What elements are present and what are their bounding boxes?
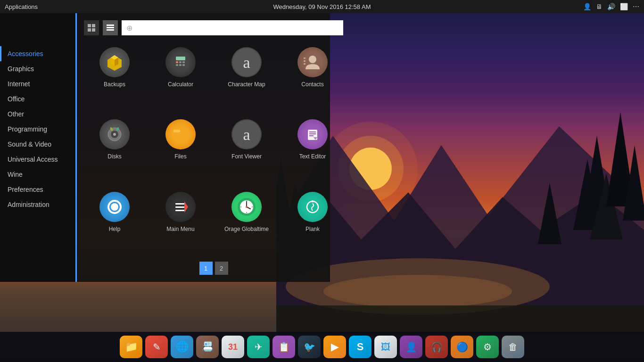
svg-rect-39	[304, 60, 305, 62]
user-icon[interactable]: 👤	[583, 3, 591, 10]
svg-text:a: a	[243, 54, 250, 71]
svg-rect-29	[176, 61, 178, 63]
app-plank[interactable]: Plank	[282, 187, 343, 255]
svg-rect-38	[304, 58, 305, 59]
files-icon	[165, 119, 196, 149]
sidebar-item-administration[interactable]: Administration	[0, 197, 75, 212]
display-icon[interactable]: 🖥	[596, 3, 603, 10]
sidebar-item-programming[interactable]: Programming	[0, 122, 75, 137]
grid-view-button[interactable]	[84, 20, 99, 35]
dock-twitter[interactable]: 🐦	[298, 336, 321, 358]
page-1-button[interactable]: 1	[199, 262, 213, 275]
svg-rect-40	[304, 63, 305, 65]
contacts-label: Contacts	[301, 81, 323, 88]
topbar: Applications Wednesday, 09 Nov 2016 12:5…	[0, 0, 644, 13]
app-fontviewer[interactable]: a Font Viewer	[216, 115, 277, 182]
sidebar-item-universal-access[interactable]: Universal Access	[0, 152, 75, 167]
app-backups[interactable]: Backups	[84, 42, 145, 110]
help-icon	[99, 192, 130, 222]
disks-label: Disks	[107, 153, 121, 160]
sidebar-item-office[interactable]: Office	[0, 91, 75, 107]
backups-label: Backups	[104, 81, 125, 88]
mainmenu-icon	[165, 192, 196, 222]
app-help[interactable]: Help	[84, 187, 145, 255]
svg-rect-33	[179, 64, 182, 66]
calculator-label: Calculator	[168, 81, 193, 88]
svg-rect-65	[175, 210, 186, 211]
svg-point-6	[323, 275, 512, 308]
dock-globe[interactable]: 🌐	[171, 336, 193, 358]
sidebar-item-internet[interactable]: Internet	[0, 76, 75, 91]
app-files[interactable]: Files	[150, 115, 211, 182]
app-charmap[interactable]: a Character Map	[216, 42, 277, 110]
volume-icon[interactable]: 🔊	[607, 3, 615, 10]
svg-point-71	[246, 206, 248, 208]
dock-ubuntu[interactable]: 🔵	[451, 336, 473, 358]
svg-rect-49	[173, 130, 180, 132]
app-contacts[interactable]: Contacts	[282, 42, 343, 110]
svg-rect-15	[276, 305, 644, 334]
screen-icon[interactable]: ⬜	[620, 3, 628, 10]
sidebar-item-graphics[interactable]: Graphics	[0, 61, 75, 76]
page-2-button[interactable]: 2	[215, 262, 228, 275]
app-disks[interactable]: Disks	[84, 115, 145, 182]
app-grid: Backups Calculator	[84, 42, 343, 255]
svg-rect-19	[92, 28, 95, 32]
main-content: ⊕ Backups	[77, 13, 350, 282]
charmap-label: Character Map	[228, 81, 265, 88]
svg-point-37	[309, 56, 316, 63]
dock-player[interactable]: ▶	[323, 336, 346, 358]
pagination: 1 2	[84, 262, 343, 275]
contacts-icon	[297, 47, 328, 77]
app-calculator[interactable]: Calculator	[150, 42, 211, 110]
calculator-icon	[165, 47, 196, 77]
topbar-clock: Wednesday, 09 Nov 2016 12:58 AM	[273, 3, 371, 10]
plank-icon	[297, 192, 328, 222]
sidebar-item-sound-video[interactable]: Sound & Video	[0, 137, 75, 152]
top-controls: ⊕	[84, 20, 343, 35]
dock-settings[interactable]: ⚙	[476, 336, 499, 358]
dock-images[interactable]: 🖼	[374, 336, 397, 358]
svg-rect-63	[175, 203, 186, 205]
svg-rect-17	[92, 24, 95, 27]
topbar-left: Applications	[5, 3, 38, 10]
search-bar[interactable]: ⊕	[122, 20, 343, 35]
svg-rect-21	[107, 27, 114, 28]
dock-trash[interactable]: 🗑	[502, 336, 524, 358]
menu-dots-icon[interactable]: ⋯	[633, 3, 639, 10]
dock-contacts[interactable]: 📇	[196, 336, 219, 358]
taskbar: 📁 ✎ 🌐 📇 31 ✈ 📋 🐦 ▶ S 🖼 👤 🎧 🔵 ⚙ 🗑	[0, 332, 644, 362]
fontviewer-label: Font Viewer	[231, 153, 262, 160]
dock-notes[interactable]: 📋	[272, 336, 295, 358]
disks-icon	[99, 119, 130, 149]
help-label: Help	[109, 226, 121, 232]
app-texteditor[interactable]: Text Editor	[282, 115, 343, 182]
topbar-right: 👤 🖥 🔊 ⬜ ⋯	[583, 3, 639, 10]
dock-calendar[interactable]: 31	[222, 336, 244, 358]
sidebar-item-other[interactable]: Other	[0, 107, 75, 122]
app-menu: Accessories Graphics Internet Office Oth…	[0, 13, 330, 282]
dock-pencil[interactable]: ✎	[145, 336, 168, 358]
search-input[interactable]	[135, 24, 339, 32]
dock-audio[interactable]: 🎧	[425, 336, 448, 358]
app-orage[interactable]: Orage Globaltime	[216, 187, 277, 255]
svg-rect-48	[173, 132, 188, 142]
dock-skype[interactable]: S	[349, 336, 372, 358]
dock-vpn[interactable]: ✈	[247, 336, 270, 358]
orage-icon	[231, 192, 262, 222]
app-mainmenu[interactable]: Main Menu	[150, 187, 211, 255]
list-view-button[interactable]	[103, 20, 118, 35]
sidebar-item-accessories[interactable]: Accessories	[0, 46, 75, 61]
dock-user[interactable]: 👤	[400, 336, 422, 358]
sidebar-item-wine[interactable]: Wine	[0, 167, 75, 182]
fontviewer-icon: a	[231, 119, 262, 149]
apps-menu-button[interactable]: Applications	[5, 3, 38, 10]
svg-point-43	[113, 133, 116, 136]
dock-files[interactable]: 📁	[120, 336, 142, 358]
svg-rect-32	[176, 64, 178, 66]
sidebar: Accessories Graphics Internet Office Oth…	[0, 13, 75, 282]
sidebar-item-preferences[interactable]: Preferences	[0, 182, 75, 197]
mainmenu-label: Main Menu	[166, 226, 194, 232]
svg-rect-16	[88, 24, 91, 27]
svg-rect-31	[182, 61, 185, 63]
